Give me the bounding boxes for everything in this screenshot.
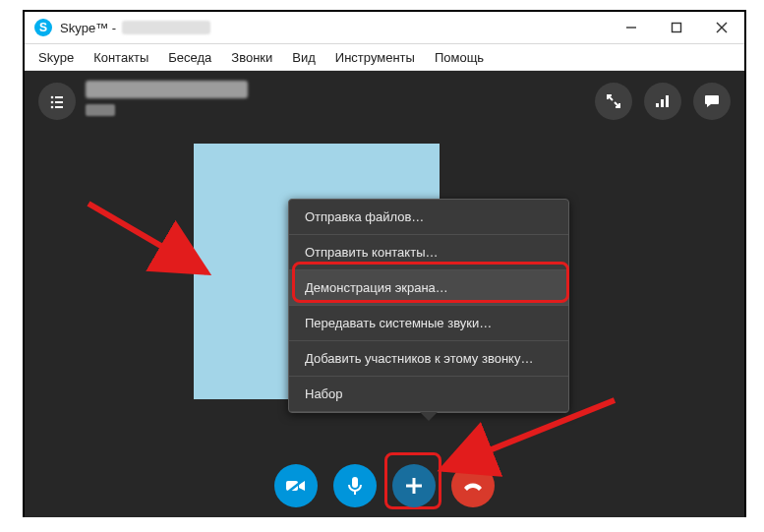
add-button[interactable]	[392, 464, 436, 507]
mic-icon	[348, 476, 362, 496]
popup-tail	[420, 412, 438, 421]
svg-line-19	[88, 204, 206, 272]
call-time-redacted	[86, 104, 115, 116]
call-controls	[25, 464, 744, 507]
svg-rect-12	[666, 95, 669, 107]
close-button[interactable]	[699, 12, 744, 43]
popup-add-participants[interactable]: Добавить участников к этому звонку…	[289, 341, 568, 377]
contact-name-redacted	[86, 81, 248, 98]
menu-view[interactable]: Вид	[284, 48, 323, 67]
svg-point-8	[51, 106, 54, 109]
camera-off-icon	[285, 478, 307, 494]
svg-point-4	[51, 96, 54, 99]
quality-icon	[655, 94, 671, 108]
popup-send-files[interactable]: Отправка файлов…	[289, 200, 568, 235]
maximize-button[interactable]	[654, 12, 699, 43]
app-window: S Skype™ - Skype Контакты Беседа Звонки …	[23, 10, 746, 517]
svg-rect-5	[55, 96, 63, 98]
add-menu-popup: Отправка файлов… Отправить контакты… Дем…	[288, 199, 569, 413]
hangup-button[interactable]	[451, 464, 495, 507]
participants-icon	[49, 93, 65, 109]
chat-icon	[704, 94, 720, 108]
call-quality-button[interactable]	[644, 83, 681, 120]
popup-send-contacts[interactable]: Отправить контакты…	[289, 235, 568, 270]
window-title: Skype™ -	[60, 21, 116, 35]
participants-button[interactable]	[38, 83, 76, 120]
plus-icon	[405, 477, 423, 495]
menu-contacts[interactable]: Контакты	[86, 48, 156, 67]
hangup-icon	[462, 480, 484, 492]
menubar: Skype Контакты Беседа Звонки Вид Инструм…	[25, 44, 744, 71]
popup-share-screen[interactable]: Демонстрация экрана…	[289, 270, 568, 306]
contact-name	[86, 81, 248, 116]
minimize-button[interactable]	[609, 12, 654, 43]
call-area: Отправка файлов… Отправить контакты… Дем…	[25, 71, 744, 517]
camera-button[interactable]	[274, 464, 318, 507]
svg-point-6	[51, 101, 54, 104]
popup-system-sounds[interactable]: Передавать системные звуки…	[289, 306, 568, 341]
chat-button[interactable]	[693, 83, 731, 120]
menu-help[interactable]: Помощь	[427, 48, 492, 67]
menu-skype[interactable]: Skype	[30, 48, 82, 67]
skype-logo-icon: S	[34, 19, 52, 36]
svg-rect-1	[673, 24, 681, 32]
svg-rect-11	[661, 99, 664, 107]
svg-rect-7	[55, 101, 63, 103]
menu-tools[interactable]: Инструменты	[327, 48, 423, 67]
menu-calls[interactable]: Звонки	[223, 48, 280, 67]
fullscreen-icon	[607, 94, 620, 108]
svg-rect-9	[55, 106, 63, 108]
mic-button[interactable]	[333, 464, 377, 507]
svg-rect-10	[656, 103, 659, 107]
svg-rect-15	[352, 477, 358, 488]
call-header	[25, 79, 744, 128]
popup-dialpad[interactable]: Набор	[289, 377, 568, 412]
titlebar: S Skype™ -	[25, 12, 744, 44]
window-title-redacted	[122, 21, 210, 34]
fullscreen-button[interactable]	[595, 83, 632, 120]
menu-conversation[interactable]: Беседа	[160, 48, 219, 67]
